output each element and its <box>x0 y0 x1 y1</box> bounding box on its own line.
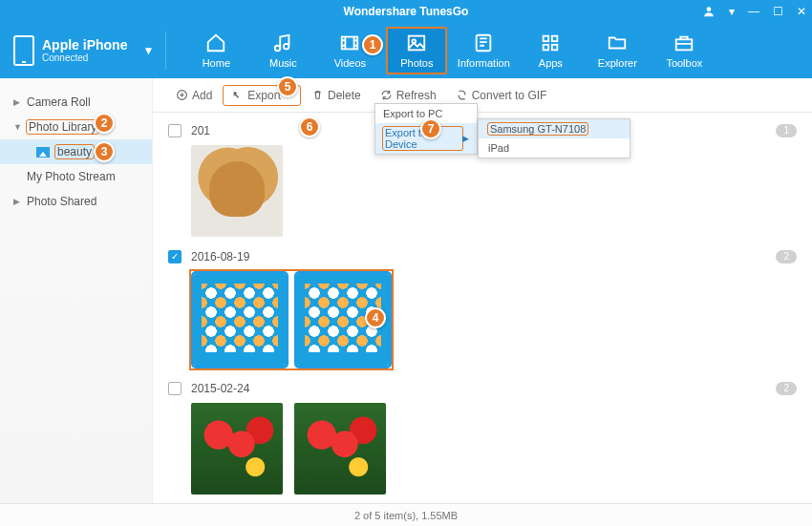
device-submenu: Samsung GT-N7108 iPad <box>478 118 630 158</box>
svg-rect-8 <box>552 45 558 51</box>
home-icon <box>204 32 227 53</box>
information-icon <box>472 32 495 53</box>
status-text: 2 of 5 item(s), 1.55MB <box>354 510 458 521</box>
sidebar: ▶ Camera Roll ▼ Photo Library beauty My … <box>0 78 153 503</box>
top-nav: Apple iPhone Connected ▼ Home Music Vide… <box>0 23 812 78</box>
photos-icon <box>405 32 428 53</box>
callout-3: 3 <box>94 141 115 162</box>
nav-explorer[interactable]: Explorer <box>587 27 648 74</box>
delete-button[interactable]: Delete <box>304 86 369 105</box>
music-icon <box>271 32 294 53</box>
svg-point-0 <box>707 7 712 11</box>
group-count: 1 <box>776 124 797 137</box>
album-icon <box>36 147 50 158</box>
photo-thumb[interactable] <box>294 403 386 494</box>
plus-icon <box>176 89 188 101</box>
nav-photos[interactable]: Photos <box>386 27 447 74</box>
nav-music[interactable]: Music <box>252 27 313 74</box>
chevron-right-icon: ▶ <box>13 97 21 107</box>
group-header: 2015-02-24 2 <box>168 378 797 399</box>
chevron-down-icon: ▼ <box>142 44 154 57</box>
window-controls: ▾ — ☐ ✕ <box>702 0 806 23</box>
device-status: Connected <box>42 53 127 63</box>
selection-highlight <box>191 271 392 368</box>
photo-thumb[interactable] <box>191 403 283 494</box>
minimize-button[interactable]: — <box>748 5 759 18</box>
callout-1: 1 <box>362 34 383 55</box>
photo-thumb[interactable] <box>191 145 283 237</box>
phone-icon <box>13 35 34 66</box>
callout-5: 5 <box>277 76 298 97</box>
group-count: 2 <box>776 382 797 395</box>
refresh-icon <box>380 89 393 101</box>
nav-apps[interactable]: Apps <box>520 27 581 74</box>
close-button[interactable]: ✕ <box>797 5 806 18</box>
sidebar-item-photo-shared[interactable]: ▶ Photo Shared <box>0 189 152 214</box>
app-title: Wondershare TunesGo <box>344 5 469 18</box>
sidebar-item-photo-library[interactable]: ▼ Photo Library <box>0 115 152 139</box>
title-bar: Wondershare TunesGo ▾ — ☐ ✕ <box>0 0 812 23</box>
nav-information[interactable]: Information <box>453 27 514 74</box>
explorer-icon <box>606 32 629 53</box>
svg-rect-5 <box>544 36 549 42</box>
group-date: 2015-02-24 <box>191 382 249 395</box>
group-date: 2016-08-19 <box>191 250 249 263</box>
videos-icon <box>338 32 361 53</box>
maximize-button[interactable]: ☐ <box>773 5 783 18</box>
apps-icon <box>539 32 562 53</box>
device-name: Apple iPhone <box>42 38 127 53</box>
callout-4: 4 <box>365 307 386 328</box>
device-selector[interactable]: Apple iPhone Connected ▼ <box>10 32 166 70</box>
photo-groups: 201 1 2016-08-19 2 2015-02-24 <box>153 113 812 503</box>
trash-icon <box>311 89 324 101</box>
export-icon <box>231 89 244 101</box>
svg-rect-2 <box>409 36 425 51</box>
svg-rect-6 <box>552 36 558 42</box>
svg-rect-9 <box>676 39 693 50</box>
group-date: 201 <box>191 124 210 137</box>
toolbox-icon <box>673 32 695 53</box>
device-option-samsung[interactable]: Samsung GT-N7108 <box>479 119 630 138</box>
sidebar-item-photo-stream[interactable]: My Photo Stream <box>0 164 152 189</box>
nav-home[interactable]: Home <box>185 27 246 74</box>
photo-thumb[interactable] <box>194 274 286 366</box>
convert-button[interactable]: Convert to GIF <box>448 86 555 105</box>
chevron-right-icon: ▶ <box>462 134 469 143</box>
toolbar: Add Export ▼ Delete Refresh Convert to G… <box>153 78 812 113</box>
content-area: Add Export ▼ Delete Refresh Convert to G… <box>153 78 812 503</box>
group-header: 2016-08-19 2 <box>168 246 797 267</box>
status-bar: 2 of 5 item(s), 1.55MB <box>0 503 812 526</box>
user-icon[interactable] <box>702 5 716 18</box>
convert-icon <box>456 89 468 101</box>
callout-6: 6 <box>299 116 320 137</box>
refresh-button[interactable]: Refresh <box>373 86 444 105</box>
group-checkbox[interactable] <box>168 124 182 137</box>
callout-7: 7 <box>420 118 441 139</box>
group-checkbox[interactable] <box>168 250 182 263</box>
sidebar-item-camera-roll[interactable]: ▶ Camera Roll <box>0 90 152 115</box>
sidebar-item-beauty[interactable]: beauty <box>0 139 152 164</box>
chevron-down-icon: ▼ <box>13 122 21 132</box>
add-button[interactable]: Add <box>168 86 220 105</box>
device-option-ipad[interactable]: iPad <box>479 138 630 158</box>
chevron-down-icon[interactable]: ▾ <box>729 5 735 18</box>
nav-toolbox[interactable]: Toolbox <box>653 27 715 74</box>
callout-2: 2 <box>94 113 115 134</box>
svg-rect-1 <box>342 37 358 50</box>
svg-rect-7 <box>544 45 549 51</box>
chevron-right-icon: ▶ <box>13 197 21 206</box>
group-count: 2 <box>776 250 797 263</box>
group-checkbox[interactable] <box>168 382 182 395</box>
